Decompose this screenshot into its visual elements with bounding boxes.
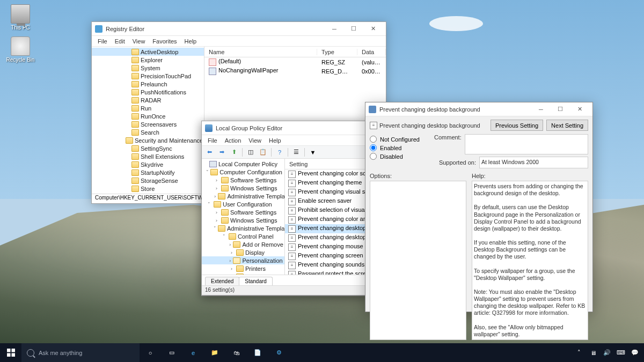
tree-node-system[interactable]: System [92,64,204,72]
help-text-box[interactable]: Prevents users from adding or changing t… [472,181,588,340]
tree-node-storagesense[interactable]: StorageSense [92,176,204,184]
tree-node-programs[interactable]: ›Programs [202,272,284,275]
expand-icon[interactable]: › [214,178,219,183]
close-button[interactable]: ✕ [363,24,383,34]
tree-node-store[interactable]: Store [92,184,204,193]
maximize-button[interactable]: ☐ [551,104,570,115]
expand-icon[interactable]: › [214,194,216,199]
previous-setting-button[interactable]: Previous Setting [491,120,543,131]
menu-view[interactable]: View [129,37,149,46]
tree-node-display[interactable]: ›Display [202,248,284,256]
tree-node-user-configuration[interactable]: ˅User Configuration [202,200,284,208]
task-view-button[interactable]: ▭ [161,343,182,362]
tree-node-printers[interactable]: ›Printers [202,264,284,272]
close-button[interactable]: ✕ [570,104,589,115]
menu-help[interactable]: Help [265,136,285,145]
tree-node-add-or-remove-programs[interactable]: ›Add or Remove Programs [202,240,284,248]
expand-icon[interactable]: ˅ [221,234,227,239]
tree-node-prelaunch[interactable]: Prelaunch [92,80,204,88]
tab-extended[interactable]: Extended [205,277,239,285]
tree-node-radar[interactable]: RADAR [92,96,204,104]
registry-value-row[interactable]: NoChangingWallPaperREG_DWORD0x00000001 (… [204,67,386,76]
tree-node-shell-extensions[interactable]: Shell Extensions [92,152,204,160]
policy-setting-dialog[interactable]: Prevent changing desktop background ─ ☐ … [365,102,593,312]
forward-button[interactable]: ➡ [216,147,227,158]
tree-node-precisiontouchpad[interactable]: PrecisionTouchPad [92,72,204,80]
tree-node-screensavers[interactable]: Screensavers [92,120,204,128]
col-type[interactable]: Type [317,49,357,55]
tab-standard[interactable]: Standard [239,277,273,285]
tree-node-software-settings[interactable]: ›Software Settings [202,208,284,216]
tree-node-control-panel[interactable]: ˅Control Panel [202,232,284,240]
taskbar-app-settings[interactable]: ⚙ [268,343,290,362]
expand-icon[interactable]: › [214,218,219,223]
menu-file[interactable]: File [204,136,221,145]
tree-node-taskmanager[interactable]: TaskManager [92,193,204,194]
start-button[interactable] [0,343,21,362]
back-button[interactable]: ⬅ [204,147,215,158]
taskbar-app-edge[interactable]: e [182,343,204,362]
titlebar[interactable]: Registry Editor ─ ☐ ✕ [92,22,386,36]
tree-node-activedesktop[interactable]: ActiveDesktop [92,48,204,56]
tray-ime-icon[interactable]: ⌨ [614,343,628,362]
search-box[interactable]: Ask me anything [21,343,140,362]
tree-node-software-settings[interactable]: ›Software Settings [202,176,284,184]
tree-node-run[interactable]: Run [92,104,204,112]
menu-action[interactable]: Action [221,136,245,145]
cortana-button[interactable]: ○ [140,343,161,362]
menu-help[interactable]: Help [181,37,201,46]
tree-node-windows-settings[interactable]: ›Windows Settings [202,184,284,192]
taskbar-app-store[interactable]: 🛍 [225,343,247,362]
tree-node-settingsync[interactable]: SettingSync [92,144,204,152]
registry-tree-pane[interactable]: ActiveDesktopExplorerSystemPrecisionTouc… [92,47,204,194]
expand-icon[interactable]: › [229,242,231,247]
col-data[interactable]: Data [357,49,386,55]
tray-network-icon[interactable]: 🖥 [586,343,600,362]
export-button[interactable]: 📋 [258,147,268,158]
minimize-button[interactable]: ─ [531,104,551,115]
taskbar-app-notepad[interactable]: 📄 [247,343,268,362]
help-button[interactable]: ? [274,147,285,158]
tray-chevron-icon[interactable]: ˄ [572,343,586,362]
desktop-icon-recycle-bin[interactable]: Recycle Bin [5,36,35,63]
up-button[interactable]: ⬆ [229,147,239,158]
properties-button[interactable]: ☰ [291,147,302,158]
tree-node-explorer[interactable]: Explorer [92,56,204,64]
next-setting-button[interactable]: Next Setting [546,120,588,131]
gpedit-tree-pane[interactable]: Local Computer Policy ˅Computer Configur… [202,159,285,275]
menu-edit[interactable]: Edit [111,37,129,46]
tree-node-startupnotify[interactable]: StartupNotify [92,168,204,176]
registry-value-row[interactable]: (Default)REG_SZ(value not set) [204,57,386,67]
expand-icon[interactable]: ˅ [206,202,212,207]
filter-button[interactable]: ▼ [308,147,318,158]
tree-node-administrative-templates[interactable]: ›Administrative Templates [202,192,284,200]
tree-node-computer-configuration[interactable]: ˅Computer Configuration [202,168,284,176]
action-center-button[interactable]: 💬 [628,343,642,362]
desktop-icon-this-pc[interactable]: This PC [5,4,35,31]
minimize-button[interactable]: ─ [325,24,344,34]
comment-field[interactable] [465,134,588,154]
tray-volume-icon[interactable]: 🔊 [600,343,614,362]
titlebar[interactable]: Prevent changing desktop background ─ ☐ … [365,102,592,116]
options-box[interactable] [370,181,466,340]
tree-node-windows-settings[interactable]: ›Windows Settings [202,216,284,224]
tree-node-administrative-templates[interactable]: ˅Administrative Templates [202,224,284,232]
expand-icon[interactable]: ˅ [206,169,209,175]
tree-node-security-and-maintenance[interactable]: Security and Maintenance [92,136,204,144]
maximize-button[interactable]: ☐ [344,24,363,34]
taskbar-app-explorer[interactable]: 📁 [204,343,225,362]
col-name[interactable]: Name [204,49,317,55]
expand-icon[interactable]: › [229,274,235,275]
expand-icon[interactable]: ˅ [214,226,216,231]
tree-node-pushnotifications[interactable]: PushNotifications [92,88,204,96]
expand-icon[interactable]: › [229,266,235,271]
radio-enabled[interactable]: Enabled [370,144,429,151]
tree-node-personalization[interactable]: ›Personalization [202,256,284,264]
tree-node-search[interactable]: Search [92,128,204,136]
show-hide-tree-button[interactable]: ◫ [245,147,256,158]
tree-node-runonce[interactable]: RunOnce [92,112,204,120]
expand-icon[interactable]: › [214,186,219,191]
expand-icon[interactable]: › [214,210,219,215]
radio-not-configured[interactable]: Not Configured [370,136,429,143]
menu-file[interactable]: File [94,37,111,46]
